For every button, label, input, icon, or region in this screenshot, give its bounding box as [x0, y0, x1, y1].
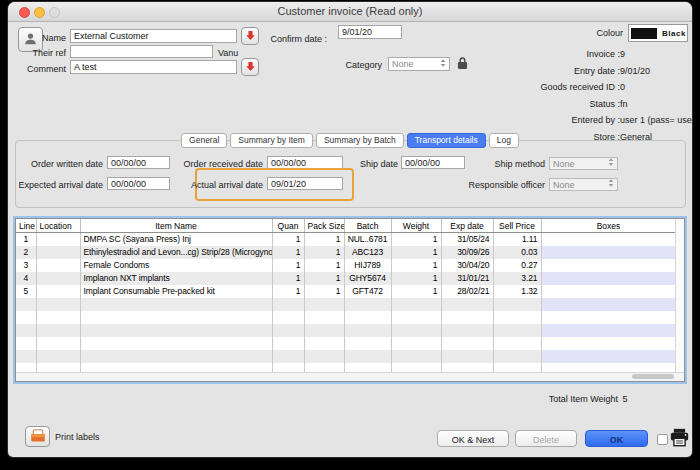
- table-cell: Implanon NXT implants: [80, 272, 272, 285]
- table-cell: 31/05/24: [441, 233, 493, 247]
- table-cell: [541, 350, 676, 363]
- entered-by-label: Entered by: [388, 115, 620, 125]
- comment-label: Comment: [8, 64, 66, 74]
- table-cell: [36, 350, 80, 363]
- responsible-officer-value: None: [553, 179, 575, 191]
- table-cell: 5: [16, 285, 36, 298]
- column-header[interactable]: Line: [16, 219, 36, 233]
- column-header[interactable]: Exp date: [441, 219, 493, 233]
- table-cell: [493, 324, 541, 337]
- ok-and-next-button[interactable]: OK & Next: [437, 430, 509, 447]
- expected-arrival-date-field[interactable]: 00/00/00: [107, 177, 170, 190]
- label-printer-icon: [30, 429, 46, 445]
- table-row[interactable]: [16, 298, 676, 311]
- comment-input[interactable]: [70, 60, 237, 74]
- their-ref-label: Their ref: [8, 48, 66, 58]
- table-cell: [272, 350, 304, 363]
- tab-general[interactable]: General: [181, 133, 227, 148]
- table-cell: [344, 298, 391, 311]
- table-row[interactable]: [16, 337, 676, 350]
- table-cell: [493, 298, 541, 311]
- invoice-value: 9: [620, 49, 625, 59]
- comment-expand-button[interactable]: [241, 58, 259, 76]
- print-checkbox[interactable]: [657, 434, 668, 445]
- table-row[interactable]: 2Ethinylestradiol and Levon...cg) Strip/…: [16, 246, 676, 259]
- table-cell: GFT472: [344, 285, 391, 298]
- table-cell: [391, 350, 441, 363]
- their-ref-input[interactable]: [70, 45, 213, 58]
- horizontal-scrollbar[interactable]: [16, 372, 684, 381]
- table-row[interactable]: [16, 324, 676, 337]
- expected-arrival-date-label: Expected arrival date: [8, 180, 103, 190]
- responsible-officer-label: Responsible officer: [443, 180, 545, 190]
- table-cell: 1: [272, 285, 304, 298]
- responsible-officer-select[interactable]: None: [549, 178, 618, 191]
- table-cell: [304, 311, 344, 324]
- table-cell: [493, 311, 541, 324]
- tab-log[interactable]: Log: [489, 133, 519, 148]
- tab-summary-by-batch[interactable]: Summary by Batch: [316, 133, 404, 148]
- print-labels-label: Print labels: [55, 432, 100, 442]
- table-cell: [80, 337, 272, 350]
- table-cell: DMPA SC (Sayana Press) Inj: [80, 233, 272, 247]
- name-input[interactable]: [70, 29, 237, 43]
- column-header[interactable]: Sell Price: [493, 219, 541, 233]
- column-header[interactable]: Location: [36, 219, 80, 233]
- scrollbar-thumb[interactable]: [632, 374, 674, 379]
- actual-arrival-date-field[interactable]: 09/01/20: [267, 177, 343, 190]
- column-header[interactable]: Item Name: [80, 219, 272, 233]
- table-cell: [16, 324, 36, 337]
- table-row[interactable]: 4Implanon NXT implants11GHY5674131/01/21…: [16, 272, 676, 285]
- column-header[interactable]: Batch: [344, 219, 391, 233]
- table-cell: [16, 311, 36, 324]
- table-cell: [344, 350, 391, 363]
- table-cell: [36, 337, 80, 350]
- status-value: fn: [620, 99, 628, 109]
- table-row[interactable]: 5Implant Consumable Pre-packed kit11GFT4…: [16, 285, 676, 298]
- table-cell: ABC123: [344, 246, 391, 259]
- table-cell: [36, 246, 80, 259]
- vertical-scrollbar[interactable]: [675, 219, 684, 373]
- table-cell: 28/02/21: [441, 285, 493, 298]
- print-labels-button[interactable]: [25, 426, 50, 447]
- table-cell: [541, 298, 676, 311]
- ok-button[interactable]: OK: [585, 430, 648, 447]
- tab-summary-by-item[interactable]: Summary by Item: [230, 133, 313, 148]
- table-cell: [541, 259, 676, 272]
- status-label: Status: [388, 99, 620, 109]
- table-cell: [304, 298, 344, 311]
- entry-date-value: 9/01/20: [620, 66, 650, 76]
- ship-method-select[interactable]: None: [549, 157, 618, 170]
- table-cell: Ethinylestradiol and Levon...cg) Strip/2…: [80, 246, 272, 259]
- stepper-icon: [608, 178, 614, 191]
- their-ref-suffix-text: Vanu: [218, 48, 238, 58]
- table-cell: 1: [272, 246, 304, 259]
- table-cell: 1: [391, 272, 441, 285]
- stepper-icon: [608, 157, 614, 170]
- table-row[interactable]: [16, 350, 676, 363]
- order-written-date-field[interactable]: 00/00/00: [107, 156, 170, 169]
- printer-icon[interactable]: [669, 428, 690, 451]
- column-header[interactable]: Weight: [391, 219, 441, 233]
- invoice-table-body: 1DMPA SC (Sayana Press) Inj11NUL..678113…: [16, 233, 676, 377]
- table-cell: [541, 233, 676, 247]
- table-cell: 3: [16, 259, 36, 272]
- column-header[interactable]: Boxes: [541, 219, 676, 233]
- table-cell: 1: [391, 246, 441, 259]
- table-cell: 30/04/20: [441, 259, 493, 272]
- column-header[interactable]: Pack Size: [304, 219, 344, 233]
- table-cell: 1.32: [493, 285, 541, 298]
- confirm-date-label: Confirm date: [223, 34, 327, 44]
- table-cell: [36, 311, 80, 324]
- delete-button[interactable]: Delete: [515, 430, 577, 447]
- tab-transport-details[interactable]: Transport details: [407, 133, 486, 148]
- window-title: Customer invoice (Read only): [8, 5, 692, 17]
- column-header[interactable]: Quan: [272, 219, 304, 233]
- table-row[interactable]: 3Female Condoms11HIJ789130/04/200.27: [16, 259, 676, 272]
- colour-field[interactable]: Black: [628, 24, 688, 42]
- red-down-arrow-icon: [245, 60, 256, 75]
- table-cell: [80, 350, 272, 363]
- table-row[interactable]: [16, 311, 676, 324]
- table-row[interactable]: 1DMPA SC (Sayana Press) Inj11NUL..678113…: [16, 233, 676, 247]
- table-cell: 1: [391, 259, 441, 272]
